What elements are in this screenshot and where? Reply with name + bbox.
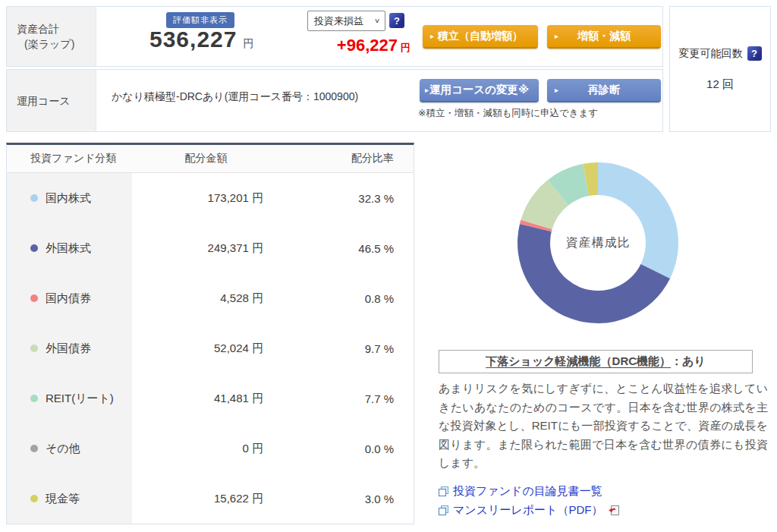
chevron-down-icon: ∨ <box>374 17 380 24</box>
total-asset-unit: 円 <box>243 37 253 49</box>
simultaneous-apply-note: ※積立・増額・減額も同時に申込できます <box>418 107 598 120</box>
category-label: 国内債券 <box>46 291 91 306</box>
total-asset-value: 536,227円 <box>149 27 253 52</box>
table-row: REIT(リート) 41,481 円 7.7 % <box>7 373 414 423</box>
category-color-dot-icon <box>30 345 38 352</box>
course-value: かなり積極型-DRCあり(運用コース番号：1000900) <box>112 90 358 104</box>
allocation-ratio: 9.7 % <box>280 342 414 355</box>
asset-total-label: 資産合計 (楽ラップ) <box>7 7 96 66</box>
total-asset-number: 536,227 <box>149 27 237 52</box>
drc-feature-status: ：あり <box>671 354 706 369</box>
monthly-report-link[interactable]: マンスリーレポート（PDF） <box>453 503 602 518</box>
zougen-gengaku-button-label: 増額・減額 <box>577 30 631 43</box>
category-color-dot-icon <box>30 294 38 302</box>
allocation-amount: 41,481 円 <box>132 392 280 406</box>
table-row: 国内債券 4,528 円 0.8 % <box>7 273 414 323</box>
rediagnosis-button[interactable]: ▸ 再診断 <box>547 79 661 102</box>
profit-loss-unit: 円 <box>401 42 411 53</box>
allocation-amount: 15,622 円 <box>132 492 280 506</box>
asset-total-panel: 資産合計 (楽ラップ) 評価額非表示 536,227円 投資来損益 ∨ ? +9… <box>6 6 663 67</box>
table-row: 国内株式 173,201 円 32.3 % <box>7 173 414 223</box>
header-allocation-ratio: 配分比率 <box>280 152 414 165</box>
allocation-amount: 52,024 円 <box>132 342 280 356</box>
table-row: 外国債券 52,024 円 9.7 % <box>7 323 414 373</box>
course-panel: 運用コース かなり積極型-DRCあり(運用コース番号：1000900) ▸ 運用… <box>6 69 663 132</box>
monthly-report-link-row[interactable]: マンスリーレポート（PDF） <box>439 503 620 518</box>
allocation-ratio: 0.8 % <box>280 292 414 305</box>
allocation-amount: 249,371 円 <box>132 241 280 256</box>
window-icon <box>439 505 448 515</box>
asset-composition-donut-chart: 資産構成比 <box>507 152 689 334</box>
asset-total-label-line2: (楽ラップ) <box>17 36 96 52</box>
pl-help-icon[interactable]: ? <box>389 13 404 28</box>
change-count-panel: 変更可能回数 ? 12 回 <box>669 6 771 132</box>
allocation-table-header: 投資ファンド分類 配分金額 配分比率 <box>7 145 414 173</box>
category-color-dot-icon <box>30 395 38 402</box>
header-allocation-amount: 配分金額 <box>132 152 280 165</box>
table-row: 現金等 15,622 円 3.0 % <box>7 474 414 524</box>
arrow-right-icon: ▸ <box>425 86 429 94</box>
drc-feature-title-box: 下落ショック軽減機能（DRC機能）：あり <box>439 350 753 373</box>
category-label: 現金等 <box>46 492 80 506</box>
course-label-text: 運用コース <box>17 93 96 109</box>
profit-loss-number: +96,227 <box>337 36 398 55</box>
allocation-ratio: 46.5 % <box>280 242 414 255</box>
category-label: 外国債券 <box>46 342 91 356</box>
category-label: 外国株式 <box>46 241 91 256</box>
allocation-ratio: 3.0 % <box>280 493 414 505</box>
change-count-label: 変更可能回数 <box>679 47 743 61</box>
pl-period-selected-value: 投資来損益 <box>314 14 363 28</box>
allocation-amount: 4,528 円 <box>132 291 280 306</box>
category-label: REIT(リート) <box>46 392 114 406</box>
tsumitate-button-label: 積立（自動増額） <box>438 30 523 43</box>
category-color-dot-icon <box>30 244 38 252</box>
prospectus-link[interactable]: 投資ファンドの目論見書一覧 <box>453 484 602 499</box>
hide-valuation-button[interactable]: 評価額非表示 <box>166 12 234 28</box>
donut-chart-svg <box>507 152 689 334</box>
table-row: その他 0 円 0.0 % <box>7 423 414 474</box>
allocation-amount: 0 円 <box>132 442 280 456</box>
arrow-right-icon: ▸ <box>555 32 558 40</box>
course-change-button-label: 運用コースの変更※ <box>429 83 529 97</box>
allocation-ratio: 7.7 % <box>280 392 414 405</box>
category-color-dot-icon <box>30 495 38 502</box>
allocation-ratio: 0.0 % <box>280 442 414 455</box>
donut-segment-国内株式 <box>598 162 678 279</box>
drc-feature-title: 下落ショック軽減機能（DRC機能） <box>486 354 671 369</box>
change-count-help-icon[interactable]: ? <box>747 46 762 61</box>
profit-loss-value: +96,227円 <box>294 36 411 55</box>
change-count-value: 12 回 <box>706 77 734 92</box>
prospectus-link-row[interactable]: 投資ファンドの目論見書一覧 <box>439 484 602 499</box>
category-color-dot-icon <box>30 194 38 202</box>
arrow-right-icon: ▸ <box>430 32 434 40</box>
category-label: その他 <box>46 442 80 456</box>
table-row: 外国株式 249,371 円 46.5 % <box>7 223 414 273</box>
allocation-amount: 173,201 円 <box>132 191 280 206</box>
category-color-dot-icon <box>30 445 38 452</box>
asset-total-label-line1: 資産合計 <box>17 21 96 36</box>
course-description: あまりリスクを気にしすぎずに、とことん収益性を追求していきたいあなたのためのコー… <box>439 379 768 473</box>
allocation-ratio: 32.3 % <box>280 192 414 205</box>
pl-period-select[interactable]: 投資来損益 ∨ <box>307 11 385 31</box>
course-change-button[interactable]: ▸ 運用コースの変更※ <box>420 79 539 102</box>
arrow-right-icon: ▸ <box>555 86 558 94</box>
zougen-gengaku-button[interactable]: ▸ 増額・減額 <box>547 25 661 49</box>
pdf-file-icon <box>609 505 620 516</box>
rediagnosis-button-label: 再診断 <box>588 83 620 97</box>
tsumitate-button[interactable]: ▸ 積立（自動増額） <box>423 25 538 49</box>
category-label: 国内株式 <box>46 191 91 206</box>
window-icon <box>439 486 448 496</box>
course-label: 運用コース <box>7 70 96 131</box>
header-fund-category: 投資ファンド分類 <box>7 145 132 172</box>
allocation-table: 投資ファンド分類 配分金額 配分比率 国内株式 173,201 円 32.3 %… <box>6 143 414 524</box>
